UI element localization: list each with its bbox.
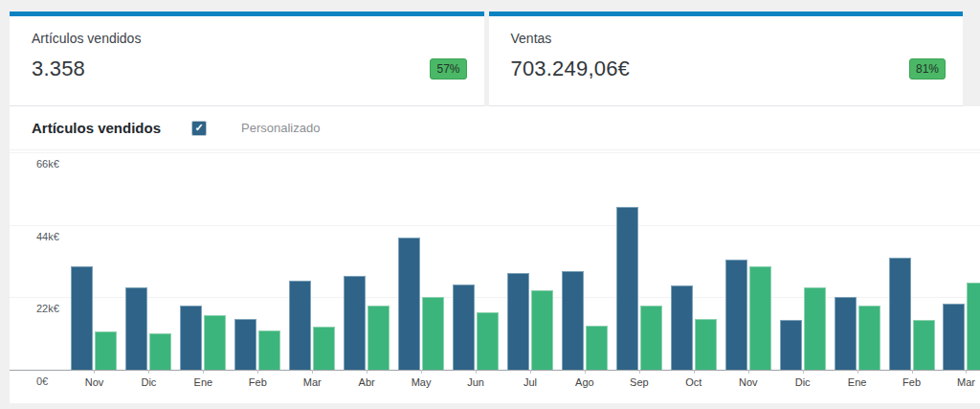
axis-tick (421, 370, 422, 374)
percent-badge: 57% (430, 58, 466, 80)
bar-series-1-blue[interactable] (125, 287, 147, 370)
bar-series-1-blue[interactable] (507, 273, 529, 370)
x-tick-label: Ene (830, 370, 884, 388)
bar-series-2-green[interactable] (913, 320, 935, 370)
bar-series-2-green[interactable] (967, 283, 980, 370)
bar-series-2-green[interactable] (368, 306, 390, 370)
y-tick-label: 66k€ (36, 158, 59, 170)
bar-series-1-blue[interactable] (71, 266, 93, 370)
bar-series-2-green[interactable] (804, 287, 826, 370)
bar-series-1-blue[interactable] (889, 258, 911, 370)
summary-card-sales[interactable]: Ventas 703.249,06€ 81% (489, 11, 964, 106)
bar-series-1-blue[interactable] (453, 284, 475, 370)
axis-tick (148, 370, 149, 374)
bar-series-2-green[interactable] (586, 326, 608, 370)
x-tick-label: Dic (122, 370, 176, 388)
y-tick-label: 44k€ (36, 231, 59, 242)
axis-tick (585, 370, 586, 374)
x-tick-label: Ene (176, 370, 231, 388)
axis-tick (530, 370, 531, 374)
x-tick-label: May (394, 370, 449, 388)
bar-group (503, 152, 558, 370)
x-tick-label: Feb (231, 370, 285, 388)
bar-series-1-blue[interactable] (943, 304, 965, 370)
bar-group (884, 152, 939, 370)
y-tick-label: 22k€ (36, 303, 59, 314)
bar-group (285, 152, 340, 370)
bar-series-2-green[interactable] (695, 319, 717, 370)
axis-tick (312, 370, 313, 374)
bar-series-2-green[interactable] (313, 327, 335, 370)
chart-panel: Artículos vendidos ✓ Personalizado 0€22k… (10, 106, 980, 403)
summary-card-items-sold[interactable]: Artículos vendidos 3.358 57% (10, 11, 484, 106)
card-value: 703.249,06€ (511, 57, 947, 81)
chart-panel-header: Artículos vendidos ✓ Personalizado (10, 106, 980, 150)
bar-series-2-green[interactable] (95, 331, 117, 370)
legend-checkbox[interactable]: ✓ (191, 121, 207, 136)
axis-tick (803, 370, 804, 374)
bar-series-1-blue[interactable] (616, 207, 638, 370)
bar-series-2-green[interactable] (477, 312, 499, 370)
bar-series-2-green[interactable] (531, 290, 553, 370)
bar-group (122, 152, 176, 370)
bar-series-2-green[interactable] (204, 315, 226, 370)
bar-series-1-blue[interactable] (398, 238, 420, 370)
bar-series-1-blue[interactable] (289, 281, 311, 370)
x-tick-label: Jul (503, 370, 558, 388)
bar-group (775, 152, 830, 370)
summary-cards-row: Artículos vendidos 3.358 57% Ventas 703.… (10, 11, 963, 106)
plot-area (67, 152, 980, 370)
bar-series-1-blue[interactable] (344, 276, 366, 370)
axis-tick (748, 370, 749, 374)
bar-group (830, 152, 884, 370)
bar-series-1-blue[interactable] (234, 319, 256, 370)
bar-group (394, 152, 449, 370)
bar-group (557, 152, 612, 370)
x-tick-label: Oct (666, 370, 721, 388)
x-tick-label: Abr (340, 370, 394, 388)
bar-series-1-blue[interactable] (180, 306, 202, 370)
axis-tick (966, 370, 967, 374)
x-tick-label: Sep (612, 370, 666, 388)
bar-group (231, 152, 285, 370)
axis-tick (912, 370, 913, 374)
checkmark-icon: ✓ (194, 123, 203, 133)
axis-tick (639, 370, 640, 374)
bar-series-2-green[interactable] (640, 306, 662, 370)
axis-tick (476, 370, 477, 374)
bar-series-2-green[interactable] (858, 306, 880, 370)
card-value: 3.358 (32, 57, 467, 81)
bar-group (67, 152, 122, 370)
x-axis-labels: NovDicEneFebMarAbrMayJunJulAgoSepOctNovD… (67, 370, 980, 388)
x-tick-label: Nov (721, 370, 775, 388)
chart-title: Artículos vendidos (32, 120, 161, 136)
bar-series-1-blue[interactable] (835, 297, 857, 370)
bar-chart: 0€22k€44k€66k€ NovDicEneFebMarAbrMayJunJ… (10, 150, 980, 403)
bar-series-1-blue[interactable] (725, 260, 747, 370)
axis-tick (694, 370, 695, 374)
x-tick-label: Nov (67, 370, 122, 388)
y-tick-label: 0€ (36, 375, 48, 387)
axis-tick (367, 370, 368, 374)
axis-tick (257, 370, 258, 374)
percent-badge: 81% (909, 58, 946, 80)
bar-series-2-green[interactable] (422, 297, 444, 370)
bar-group (612, 152, 666, 370)
card-label: Ventas (511, 31, 947, 46)
bar-series-2-green[interactable] (258, 330, 280, 370)
bar-series-1-blue[interactable] (671, 285, 693, 370)
axis-tick (858, 370, 858, 374)
bar-group (449, 152, 503, 370)
date-range-label[interactable]: Personalizado (241, 121, 320, 135)
bar-series-2-green[interactable] (149, 333, 171, 370)
bar-group (939, 152, 980, 370)
bar-series-1-blue[interactable] (562, 271, 584, 370)
x-tick-label: Mar (939, 370, 980, 388)
bar-series-1-blue[interactable] (780, 320, 802, 370)
x-tick-label: Jun (449, 370, 503, 388)
bar-group (666, 152, 721, 370)
card-label: Artículos vendidos (32, 31, 467, 46)
bar-group (721, 152, 775, 370)
bar-series-2-green[interactable] (749, 266, 771, 370)
x-tick-label: Dic (775, 370, 830, 388)
